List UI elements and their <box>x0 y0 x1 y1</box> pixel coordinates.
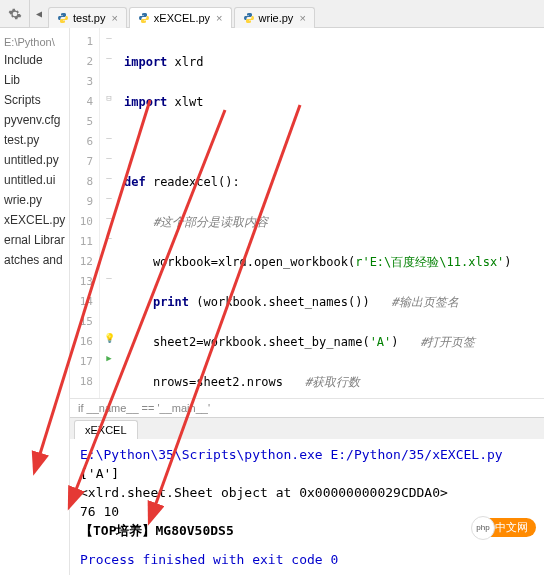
tab-label: wrie.py <box>259 12 294 24</box>
project-path: E:\Python\ <box>0 34 69 50</box>
close-icon[interactable]: × <box>299 12 305 24</box>
tab-label: xEXCEL.py <box>154 12 210 24</box>
sidebar-item[interactable]: Scripts <box>0 90 69 110</box>
close-icon[interactable]: × <box>216 12 222 24</box>
close-icon[interactable]: × <box>111 12 117 24</box>
breadcrumb[interactable]: if __name__ == '__main__' <box>70 398 544 417</box>
tab-xexcel[interactable]: xEXCEL.py × <box>129 7 232 28</box>
python-file-icon <box>243 12 255 24</box>
sidebar-item[interactable]: Include <box>0 50 69 70</box>
editor-tabs: test.py × xEXCEL.py × wrie.py × <box>48 0 317 28</box>
sidebar-item[interactable]: Lib <box>0 70 69 90</box>
python-file-icon <box>138 12 150 24</box>
console-command: E:\Python\35\Scripts\python.exe E:/Pytho… <box>80 445 534 464</box>
console-tab[interactable]: xEXCEL <box>74 420 138 439</box>
top-toolbar: ◀ test.py × xEXCEL.py × wrie.py × <box>0 0 544 28</box>
line-gutter: 123 456 789 101112 131415 161718 <box>70 28 100 398</box>
console-line: ['A'] <box>80 464 534 483</box>
sidebar-item[interactable]: untitled.ui <box>0 170 69 190</box>
settings-button[interactable] <box>0 0 30 28</box>
marker-column: — — ⊟ — — — — — — — 💡 ▶ <box>100 28 118 398</box>
console-line: <xlrd.sheet.Sheet object at 0x0000000002… <box>80 483 534 502</box>
sidebar-item[interactable]: xEXCEL.py <box>0 210 69 230</box>
sidebar-item[interactable]: test.py <box>0 130 69 150</box>
exit-code-line: Process finished with exit code 0 <box>80 550 534 569</box>
sidebar-item[interactable]: wrie.py <box>0 190 69 210</box>
console-output[interactable]: E:\Python\35\Scripts\python.exe E:/Pytho… <box>70 439 544 575</box>
code-editor[interactable]: import xlrd import xlwt def readexcel():… <box>118 28 544 398</box>
sidebar-item[interactable]: untitled.py <box>0 150 69 170</box>
python-file-icon <box>57 12 69 24</box>
watermark-badge: 中文网 <box>475 518 536 537</box>
gear-icon <box>8 7 22 21</box>
tab-test[interactable]: test.py × <box>48 7 127 28</box>
sidebar-item[interactable]: ernal Librar <box>0 230 69 250</box>
bulb-icon: 💡 <box>100 328 118 348</box>
console-line: 【TOP培养】MG80V50DS5 <box>80 521 534 540</box>
run-gutter-icon: ▶ <box>100 348 118 368</box>
sidebar-item[interactable]: atches and <box>0 250 69 270</box>
console-tab-bar: xEXCEL <box>70 417 544 439</box>
project-sidebar[interactable]: E:\Python\ Include Lib Scripts pyvenv.cf… <box>0 28 70 575</box>
tab-wrie[interactable]: wrie.py × <box>234 7 315 28</box>
console-line: 76 10 <box>80 502 534 521</box>
editor-pane: 123 456 789 101112 131415 161718 — — ⊟ —… <box>70 28 544 575</box>
tab-prev-button[interactable]: ◀ <box>30 0 48 28</box>
tab-label: test.py <box>73 12 105 24</box>
sidebar-item[interactable]: pyvenv.cfg <box>0 110 69 130</box>
